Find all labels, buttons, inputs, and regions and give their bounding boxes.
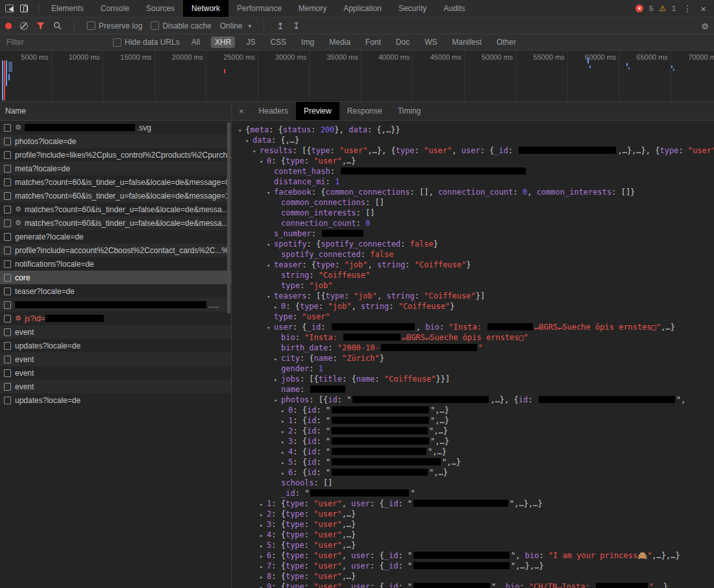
request-row[interactable]: ⚙.svg [0, 121, 231, 134]
filter-funnel-icon[interactable] [36, 22, 45, 30]
request-row[interactable]: updates?locale=de [0, 393, 231, 407]
tree-line[interactable]: ▸1: {type: "user", user: {_id: "",…},…} [238, 498, 714, 509]
tree-line[interactable]: ▸7: {type: "user", user: {_id: "",…},…} [238, 561, 714, 571]
request-row[interactable]: core [0, 271, 231, 284]
throttling-dropdown[interactable]: Online ▾ [220, 21, 251, 31]
close-devtools-icon[interactable]: × [699, 3, 708, 14]
tab-security[interactable]: Security [390, 0, 435, 17]
request-row[interactable]: event [0, 325, 231, 339]
tree-collapsed-icon[interactable]: ▸ [281, 447, 288, 458]
detail-tab-headers[interactable]: Headers [251, 102, 296, 120]
export-har-icon[interactable]: ↧ [293, 21, 301, 31]
scrollbar-thumb[interactable] [227, 122, 230, 313]
tree-line[interactable]: connection_count: 0 [238, 218, 714, 228]
tree-line[interactable]: ▸2: {type: "user",…} [238, 509, 714, 519]
tree-collapsed-icon[interactable]: ▸ [260, 541, 267, 551]
tree-line[interactable]: ▾teaser: {type: "job", string: "Coiffeus… [238, 260, 714, 270]
request-row[interactable]: event [0, 380, 231, 393]
tree-expanded-icon[interactable]: ▾ [267, 239, 274, 250]
tree-line[interactable]: ▸1: {id: "",…} [238, 415, 714, 426]
tree-line[interactable]: type: "user" [238, 312, 714, 322]
request-row[interactable]: photos?locale=de [0, 134, 231, 148]
tree-line[interactable]: ▸0: {type: "job", string: "Coiffeuse"} [238, 301, 714, 312]
detail-tab-preview[interactable]: Preview [296, 102, 339, 120]
filter-type-font[interactable]: Font [362, 36, 385, 48]
tab-elements[interactable]: Elements [43, 0, 92, 17]
hide-data-urls-toggle[interactable]: Hide data URLs [113, 38, 180, 47]
tree-expanded-icon[interactable]: ▾ [245, 136, 252, 146]
tree-line[interactable]: ▸5: {type: "user",…} [238, 540, 714, 550]
tree-collapsed-icon[interactable]: ▸ [274, 374, 281, 385]
tree-line[interactable]: name: [238, 384, 714, 395]
hide-data-urls-checkbox[interactable] [113, 38, 121, 47]
request-row[interactable]: ⚙matches?count=60&is_tinder_u=false&loca… [0, 216, 231, 230]
tree-line[interactable]: distance_mi: 1 [238, 177, 714, 187]
tree-line[interactable]: ▸3: {id: "",…} [238, 436, 714, 447]
tree-line[interactable]: ▸4: {type: "user",…} [238, 530, 714, 540]
tree-line[interactable]: ▾teasers: [{type: "job", string: "Coiffe… [238, 291, 714, 301]
detail-tab-timing[interactable]: Timing [390, 102, 429, 120]
tree-line[interactable]: _id: "" [238, 488, 714, 498]
tab-performance[interactable]: Performance [228, 0, 290, 17]
tree-collapsed-icon[interactable]: ▸ [281, 416, 288, 426]
request-row[interactable]: profile?include=account%2Cboost%2Ccontac… [0, 243, 231, 257]
tree-collapsed-icon[interactable]: ▸ [260, 520, 267, 530]
filter-type-all[interactable]: All [188, 36, 204, 48]
disable-cache-checkbox[interactable] [151, 21, 159, 30]
tab-console[interactable]: Console [92, 0, 138, 17]
request-row[interactable]: ⚙matches?count=60&is_tinder_u=false&loca… [0, 202, 231, 216]
tree-line[interactable]: ▸8: {type: "user",…} [238, 571, 714, 582]
tree-line[interactable]: ▸5: {id: "",…} [238, 457, 714, 467]
inspect-element-icon[interactable] [5, 5, 14, 12]
tab-network[interactable]: Network [183, 0, 228, 17]
tree-collapsed-icon[interactable]: ▸ [281, 458, 288, 468]
tree-line[interactable]: s_number: [238, 228, 714, 239]
more-menu-icon[interactable]: ⋮ [682, 3, 693, 14]
tree-expanded-icon[interactable]: ▾ [267, 188, 274, 198]
tree-line[interactable]: ▸0: {id: "",…} [238, 405, 714, 415]
record-icon[interactable] [5, 23, 12, 29]
tree-collapsed-icon[interactable]: ▸ [281, 406, 288, 416]
tree-collapsed-icon[interactable]: ▸ [260, 561, 267, 572]
tree-line[interactable]: ▾results: [{type: "user",…}, {type: "use… [238, 145, 714, 156]
tree-line[interactable]: common_connections: [] [238, 197, 714, 208]
detail-tab-response[interactable]: Response [339, 102, 390, 120]
request-row[interactable]: teaser?locale=de [0, 284, 231, 298]
tree-line[interactable]: ▸jobs: [{title: {name: "Coiffeuse"}}] [238, 374, 714, 384]
filter-type-manifest[interactable]: Manifest [449, 36, 486, 48]
filter-type-doc[interactable]: Doc [392, 36, 413, 48]
tab-audits[interactable]: Audits [435, 0, 473, 17]
tree-collapsed-icon[interactable]: ▸ [281, 426, 288, 437]
request-row[interactable]: matches?count=60&is_tinder_u=false&local… [0, 175, 231, 189]
preserve-log-toggle[interactable]: Preserve log [87, 21, 142, 31]
tree-expanded-icon[interactable]: ▾ [238, 125, 245, 136]
filter-type-media[interactable]: Media [325, 36, 354, 48]
filter-input[interactable] [5, 37, 105, 47]
tree-line[interactable]: common_interests: [] [238, 208, 714, 218]
tree-collapsed-icon[interactable]: ▸ [260, 530, 267, 541]
tab-application[interactable]: Application [335, 0, 390, 17]
tree-line[interactable]: ▸4: {id: "",…} [238, 447, 714, 457]
tree-line[interactable]: ▾spotify: {spotify_connected: false} [238, 239, 714, 249]
tree-line[interactable]: ▾{meta: {status: 200}, data: {,…}} [238, 125, 714, 135]
tree-line[interactable]: ▸city: {name: "Zürich"} [238, 353, 714, 363]
tree-expanded-icon[interactable]: ▾ [267, 260, 274, 271]
tree-line[interactable]: ▾photos: [{id: ",…}, {id: ", [238, 395, 714, 405]
tree-line[interactable]: type: "job" [238, 280, 714, 291]
tree-line[interactable]: spotify_connected: false [238, 249, 714, 260]
tree-expanded-icon[interactable]: ▾ [274, 395, 281, 406]
tree-collapsed-icon[interactable]: ▸ [274, 302, 281, 312]
tree-line[interactable]: gender: 1 [238, 363, 714, 374]
tree-collapsed-icon[interactable]: ▸ [281, 468, 288, 478]
filter-type-xhr[interactable]: XHR [211, 36, 235, 48]
network-overview-timeline[interactable]: 5000 ms10000 ms15000 ms20000 ms25000 ms3… [0, 51, 714, 102]
name-column-header[interactable]: Name [0, 102, 231, 121]
tree-line[interactable]: birth_date: "2000-10-" [238, 343, 714, 353]
error-badge-icon[interactable]: × [635, 5, 643, 12]
filter-type-other[interactable]: Other [493, 36, 520, 48]
tree-collapsed-icon[interactable]: ▸ [281, 437, 288, 447]
filter-type-js[interactable]: JS [242, 36, 259, 48]
tree-line[interactable]: content_hash: [238, 166, 714, 177]
tree-line[interactable]: bio: "Insta: ↵BGRS↵Sueche öpis ernstes□" [238, 332, 714, 343]
warning-icon[interactable]: ⚠ [659, 5, 666, 12]
